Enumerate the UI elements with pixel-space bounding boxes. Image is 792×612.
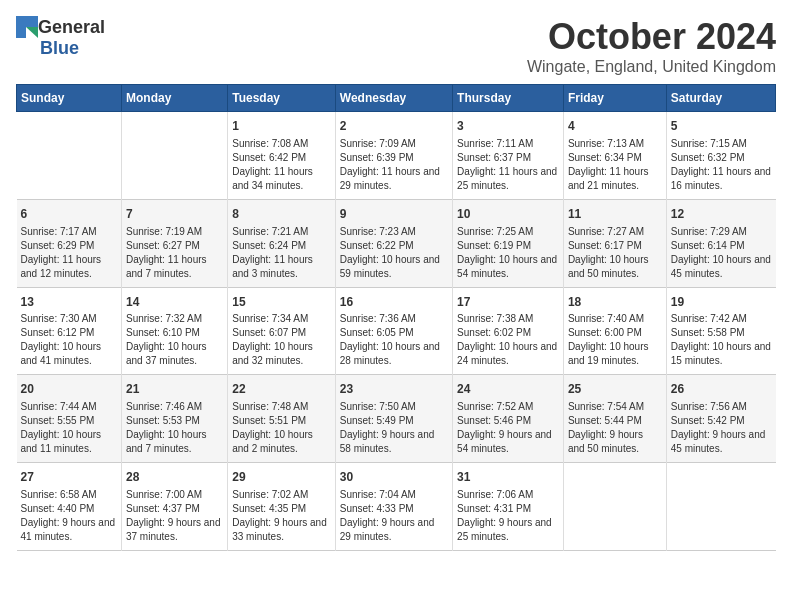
header-row: SundayMondayTuesdayWednesdayThursdayFrid… <box>17 85 776 112</box>
week-row-5: 27Sunrise: 6:58 AMSunset: 4:40 PMDayligh… <box>17 463 776 551</box>
day-number: 6 <box>21 206 117 223</box>
day-detail: Sunrise: 7:52 AM <box>457 400 559 414</box>
day-detail: Sunrise: 7:25 AM <box>457 225 559 239</box>
day-detail: Daylight: 11 hours and 3 minutes. <box>232 253 331 281</box>
cell-week1-day0 <box>17 112 122 200</box>
day-detail: Daylight: 9 hours and 58 minutes. <box>340 428 448 456</box>
cell-week3-day4: 17Sunrise: 7:38 AMSunset: 6:02 PMDayligh… <box>453 287 564 375</box>
day-detail: Daylight: 11 hours and 12 minutes. <box>21 253 117 281</box>
day-detail: Daylight: 10 hours and 50 minutes. <box>568 253 662 281</box>
header-saturday: Saturday <box>666 85 775 112</box>
logo-icon <box>16 16 38 38</box>
cell-week1-day5: 4Sunrise: 7:13 AMSunset: 6:34 PMDaylight… <box>563 112 666 200</box>
day-detail: Sunset: 6:14 PM <box>671 239 772 253</box>
week-row-4: 20Sunrise: 7:44 AMSunset: 5:55 PMDayligh… <box>17 375 776 463</box>
day-detail: Daylight: 10 hours and 24 minutes. <box>457 340 559 368</box>
day-detail: Daylight: 9 hours and 54 minutes. <box>457 428 559 456</box>
day-detail: Daylight: 10 hours and 15 minutes. <box>671 340 772 368</box>
cell-week2-day1: 7Sunrise: 7:19 AMSunset: 6:27 PMDaylight… <box>121 199 227 287</box>
cell-week5-day3: 30Sunrise: 7:04 AMSunset: 4:33 PMDayligh… <box>335 463 452 551</box>
cell-week5-day1: 28Sunrise: 7:00 AMSunset: 4:37 PMDayligh… <box>121 463 227 551</box>
day-detail: Sunset: 6:37 PM <box>457 151 559 165</box>
day-detail: Sunrise: 7:50 AM <box>340 400 448 414</box>
day-detail: Sunrise: 7:34 AM <box>232 312 331 326</box>
day-detail: Sunset: 6:42 PM <box>232 151 331 165</box>
day-number: 17 <box>457 294 559 311</box>
day-number: 25 <box>568 381 662 398</box>
day-detail: Sunset: 4:31 PM <box>457 502 559 516</box>
day-number: 2 <box>340 118 448 135</box>
day-detail: Daylight: 9 hours and 50 minutes. <box>568 428 662 456</box>
cell-week2-day4: 10Sunrise: 7:25 AMSunset: 6:19 PMDayligh… <box>453 199 564 287</box>
day-detail: Sunrise: 7:32 AM <box>126 312 223 326</box>
day-number: 24 <box>457 381 559 398</box>
day-number: 20 <box>21 381 117 398</box>
day-detail: Sunrise: 7:27 AM <box>568 225 662 239</box>
day-detail: Daylight: 10 hours and 41 minutes. <box>21 340 117 368</box>
day-number: 27 <box>21 469 117 486</box>
day-detail: Sunset: 5:46 PM <box>457 414 559 428</box>
cell-week2-day6: 12Sunrise: 7:29 AMSunset: 6:14 PMDayligh… <box>666 199 775 287</box>
month-title: October 2024 <box>527 16 776 58</box>
day-number: 23 <box>340 381 448 398</box>
day-detail: Sunrise: 6:58 AM <box>21 488 117 502</box>
day-detail: Sunrise: 7:02 AM <box>232 488 331 502</box>
day-detail: Daylight: 10 hours and 45 minutes. <box>671 253 772 281</box>
day-detail: Sunset: 5:49 PM <box>340 414 448 428</box>
day-detail: Sunset: 6:00 PM <box>568 326 662 340</box>
day-number: 12 <box>671 206 772 223</box>
day-number: 7 <box>126 206 223 223</box>
day-detail: Sunrise: 7:48 AM <box>232 400 331 414</box>
day-detail: Sunrise: 7:36 AM <box>340 312 448 326</box>
cell-week2-day5: 11Sunrise: 7:27 AMSunset: 6:17 PMDayligh… <box>563 199 666 287</box>
day-detail: Daylight: 10 hours and 19 minutes. <box>568 340 662 368</box>
cell-week5-day5 <box>563 463 666 551</box>
day-detail: Sunset: 6:32 PM <box>671 151 772 165</box>
header-thursday: Thursday <box>453 85 564 112</box>
day-number: 13 <box>21 294 117 311</box>
cell-week3-day6: 19Sunrise: 7:42 AMSunset: 5:58 PMDayligh… <box>666 287 775 375</box>
day-detail: Sunset: 4:40 PM <box>21 502 117 516</box>
cell-week4-day5: 25Sunrise: 7:54 AMSunset: 5:44 PMDayligh… <box>563 375 666 463</box>
cell-week3-day2: 15Sunrise: 7:34 AMSunset: 6:07 PMDayligh… <box>228 287 336 375</box>
day-number: 5 <box>671 118 772 135</box>
week-row-3: 13Sunrise: 7:30 AMSunset: 6:12 PMDayligh… <box>17 287 776 375</box>
day-detail: Sunset: 6:39 PM <box>340 151 448 165</box>
day-detail: Sunrise: 7:46 AM <box>126 400 223 414</box>
day-detail: Sunrise: 7:29 AM <box>671 225 772 239</box>
day-detail: Sunrise: 7:11 AM <box>457 137 559 151</box>
day-detail: Sunrise: 7:09 AM <box>340 137 448 151</box>
cell-week4-day0: 20Sunrise: 7:44 AMSunset: 5:55 PMDayligh… <box>17 375 122 463</box>
day-detail: Daylight: 9 hours and 45 minutes. <box>671 428 772 456</box>
header-wednesday: Wednesday <box>335 85 452 112</box>
svg-marker-2 <box>26 27 38 38</box>
day-detail: Sunset: 6:27 PM <box>126 239 223 253</box>
cell-week1-day2: 1Sunrise: 7:08 AMSunset: 6:42 PMDaylight… <box>228 112 336 200</box>
day-detail: Sunset: 5:55 PM <box>21 414 117 428</box>
day-detail: Sunrise: 7:17 AM <box>21 225 117 239</box>
day-detail: Daylight: 9 hours and 41 minutes. <box>21 516 117 544</box>
page-header: General Blue October 2024 Wingate, Engla… <box>16 16 776 76</box>
day-number: 28 <box>126 469 223 486</box>
day-number: 11 <box>568 206 662 223</box>
day-number: 16 <box>340 294 448 311</box>
day-number: 1 <box>232 118 331 135</box>
cell-week4-day1: 21Sunrise: 7:46 AMSunset: 5:53 PMDayligh… <box>121 375 227 463</box>
day-detail: Sunrise: 7:44 AM <box>21 400 117 414</box>
cell-week4-day3: 23Sunrise: 7:50 AMSunset: 5:49 PMDayligh… <box>335 375 452 463</box>
day-number: 8 <box>232 206 331 223</box>
day-detail: Daylight: 10 hours and 7 minutes. <box>126 428 223 456</box>
day-detail: Sunset: 6:19 PM <box>457 239 559 253</box>
day-detail: Sunset: 6:05 PM <box>340 326 448 340</box>
day-detail: Sunrise: 7:56 AM <box>671 400 772 414</box>
day-detail: Sunset: 5:58 PM <box>671 326 772 340</box>
day-detail: Daylight: 9 hours and 29 minutes. <box>340 516 448 544</box>
cell-week5-day2: 29Sunrise: 7:02 AMSunset: 4:35 PMDayligh… <box>228 463 336 551</box>
day-detail: Sunrise: 7:23 AM <box>340 225 448 239</box>
header-tuesday: Tuesday <box>228 85 336 112</box>
cell-week1-day3: 2Sunrise: 7:09 AMSunset: 6:39 PMDaylight… <box>335 112 452 200</box>
day-detail: Daylight: 11 hours and 21 minutes. <box>568 165 662 193</box>
day-detail: Daylight: 10 hours and 37 minutes. <box>126 340 223 368</box>
day-number: 21 <box>126 381 223 398</box>
day-detail: Daylight: 10 hours and 2 minutes. <box>232 428 331 456</box>
